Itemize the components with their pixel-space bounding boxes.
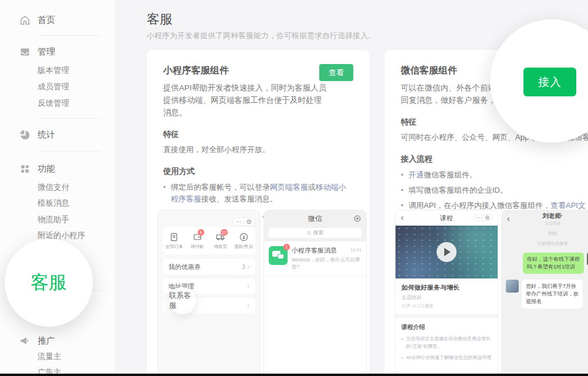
chat-timestamp: 刚刚 [502,231,588,237]
flow-item: 开通微信客服组件。 [401,169,588,181]
chevron-right-icon: › [247,282,249,290]
video-meta: 11讲 10.2万播放 [401,303,492,309]
wechat-header: 微信 [264,210,366,227]
back-icon: ‹ [401,213,404,222]
unread-badge: 1 [283,244,290,250]
sidebar-item-logistics[interactable]: 物流助手 [38,212,69,227]
badge: 6 [198,229,204,236]
bullet-text: 绑定后的客服帐号，可以登录 [171,183,270,192]
megaphone-icon [19,335,31,347]
sidebar-item-statistics[interactable]: 统计 [0,126,55,143]
more-icon: ⋯ [236,219,241,224]
demo-screens: ⋯ 全部订单 6 待付款 [157,210,367,376]
usage-heading: 使用方式 [163,166,353,177]
message-bubble: 您好，我们将于7月份举办广州线下培训，欢迎报名 [522,280,583,308]
sidebar-item-home[interactable]: 首页 [0,12,55,28]
grid-icon [19,163,31,174]
avatar [506,280,519,293]
course-header: ‹ 课程 ⋯ [396,210,498,226]
page-subtitle: 小程序为开发者提供了两种客服能力，你可根据需求自行选择接入。 [147,31,376,41]
sidebar-item-label: 管理 [38,46,55,58]
list-item-coupons: 我的优惠券 3› [163,259,255,274]
wechat-title: 微信 [308,214,322,224]
search-icon [307,231,312,236]
divider [38,35,101,36]
pie-chart-icon [19,129,31,140]
quick-action-label: 待收货 [214,244,228,250]
feature-text: 直接使用，对全部小程序开放。 [163,143,353,156]
chat-system-note: 刘老师为你服务 [502,241,588,247]
quick-action-orders: 全部订单 [163,232,186,250]
flow-heading: 接入流程 [401,154,588,164]
add-icon [354,215,361,222]
bullet-text: 微信客服组件。 [424,170,477,179]
chat-list-item: 1 小程序客服消息 Westore：你好，有什么可以帮您? 16:09 [264,241,366,276]
order-list-icon [169,232,179,242]
divider [38,151,101,152]
contact-service-label: 联系客服 [169,291,196,311]
connect-button-highlighted[interactable]: 接入 [523,68,576,96]
card-description: 提供API帮助开发者快速接入，同时为客服人员提供移动端、网页端客服工作台便于及时… [163,82,327,119]
miniprogram-capsule: ⋯ [472,214,493,221]
chevron-right-icon: › [247,301,249,310]
sidebar-item-member-mgmt[interactable]: 成员管理 [38,79,69,95]
badge: 12 [221,229,228,236]
course-intro-bullet: 40分钟让你快速了解微信生态的商业环境 [401,354,492,361]
message-incoming: 您好，我们将于7月份举办广州线下培训，欢迎报名 [502,280,588,308]
web-service-link[interactable]: 网页端客服 [270,183,308,192]
demo-phone-miniprogram: ⋯ 全部订单 6 待付款 [157,210,261,376]
home-icon [19,14,31,26]
demo-phone-chat: ‹ 刘老师· 云启培训 ⋯ 刚刚 刘老师为你服务 你好，这个有线下课程吗？希望有… [501,210,588,376]
chat-peer-name: 刘老师· [543,212,563,220]
back-icon: ‹ [507,214,510,223]
quick-action-label: 全部订单 [165,244,183,250]
course-nav-title: 课程 [440,214,453,223]
quick-action-pending-payment: 6 待付款 [186,232,209,250]
quick-actions: 全部订单 6 待付款 12 待收货 [163,227,255,254]
sidebar-item-label: 推广 [38,335,55,347]
sidebar-item-traffic-owner[interactable]: 流量主 [38,349,62,364]
play-icon [437,242,457,262]
sidebar-item-version-mgmt[interactable]: 版本管理 [38,63,69,78]
search-placeholder: 搜索 [313,229,324,237]
demo-screens: ‹ 课程 ⋯ 如何做好服务与增长 云启培训 11讲 [395,210,588,376]
app-window: 首页 管理 版本管理 成员管理 反馈管理 统计 功能 微信支付 模板消息 [0,0,588,376]
course-intro-heading: 课程介绍 [401,323,492,331]
sidebar-item-template-msg[interactable]: 模板消息 [38,196,69,211]
page-title: 客服 [147,11,173,28]
sidebar-item-label: 功能 [38,163,55,174]
quick-action-label: 退款/售后 [234,244,253,250]
contact-service-highlight: 联系客服 [169,287,196,314]
refund-icon [239,232,249,242]
activate-link[interactable]: 开通 [408,170,424,179]
spotlight-sidebar-service: 客服 [5,239,93,327]
bullet-text: 接收、发送客服消息。 [201,194,278,203]
video-thumbnail [396,226,498,278]
target-icon [246,219,252,224]
message-bubble: 你好，这个有线下课程吗？希望有1对1培训 [523,253,584,274]
inbox-icon [19,46,31,58]
more-icon: ⋯ [475,215,480,220]
sidebar-item-manage[interactable]: 管理 [0,43,55,60]
target-icon [485,215,490,220]
flow-item: 填写微信客服组件的企业ID。 [401,184,588,196]
video-title: 如何做好服务与增长 [401,283,492,292]
message-outgoing: 你好，这个有线下课程吗？希望有1对1培训 [502,253,588,274]
view-button[interactable]: 查看 [319,64,353,81]
quick-action-pending-delivery: 12 待收货 [209,232,232,250]
bullet-text: 或 [308,183,316,192]
chat-list: 1 小程序客服消息 Westore：你好，有什么可以帮您? 16:09 [264,241,366,376]
chat-preview: Westore：你好，有什么可以帮您? [292,257,361,271]
usage-item: 绑定后的客服帐号，可以登录网页端客服或移动端小程序客服接收、发送客服消息。 [163,182,353,205]
chat-header: ‹ 刘老师· 云启培训 ⋯ [502,210,588,228]
sidebar-item-features[interactable]: 功能 [0,160,55,177]
divider [38,118,101,119]
miniprogram-capsule: ⋯ [232,217,255,226]
sidebar-item-feedback-mgmt[interactable]: 反馈管理 [38,96,69,111]
sidebar-item-promotion[interactable]: 推广 [0,333,55,349]
video-info: 如何做好服务与增长 云启培训 11讲 10.2万播放 [396,278,498,314]
search-bar: 搜索 [269,228,361,238]
sidebar-item-wechat-pay[interactable]: 微信支付 [38,180,69,195]
sidebar-item-service[interactable]: 客服 [31,270,67,295]
demo-phone-wechat-list: 微信 搜索 1 小程序 [263,210,367,376]
